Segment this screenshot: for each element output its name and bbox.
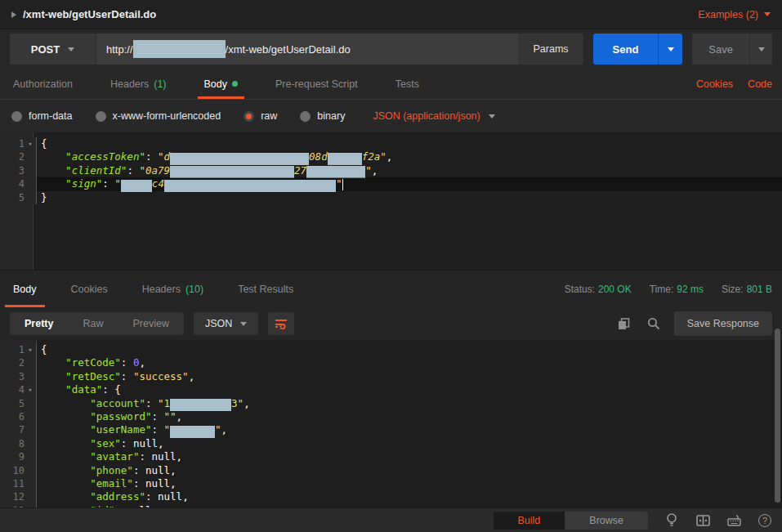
view-mode-group: Pretty Raw Preview <box>10 312 184 335</box>
save-button-group: Save <box>692 34 772 65</box>
browse-toggle[interactable]: Browse <box>565 512 648 530</box>
url-row: POST http:// /xmt-web/getUserDetail.do P… <box>0 29 782 69</box>
response-body-editor[interactable]: 1▾{2 "retCode": 0,3 "retDesc": "success"… <box>0 340 782 507</box>
two-pane-icon <box>696 515 710 526</box>
two-pane-view-button[interactable] <box>695 513 710 528</box>
code-line: 6 "password": "", <box>0 410 782 423</box>
code-line: 11 "email": null, <box>0 477 782 490</box>
response-meta: Status:200 OK Time:92 ms Size:801 B <box>565 270 772 307</box>
keyboard-icon <box>727 515 741 526</box>
cookies-link[interactable]: Cookies <box>696 78 733 90</box>
content-type-select[interactable]: JSON (application/json) <box>373 110 494 122</box>
params-button[interactable]: Params <box>518 34 583 65</box>
radio-selected-icon <box>244 111 254 122</box>
redacted-value <box>170 399 231 411</box>
code-line: 13 "id": null, <box>0 504 782 507</box>
response-tab-test-results[interactable]: Test Results <box>235 270 297 307</box>
code-line: 5 "account": "13", <box>0 397 782 410</box>
radio-binary[interactable]: binary <box>300 110 345 122</box>
save-options-button[interactable] <box>749 34 772 65</box>
body-type-row: form-data x-www-form-urlencoded raw bina… <box>0 100 782 132</box>
headers-count: (1) <box>154 78 166 90</box>
request-tabs: Authorization Headers (1) Body Pre-reque… <box>0 69 782 100</box>
code-line: 7 "userName": "", <box>0 423 782 436</box>
url-redaction <box>133 40 226 58</box>
word-wrap-button[interactable] <box>268 312 294 335</box>
code-line: 3 "clientId": "0a7927", <box>0 164 782 177</box>
method-select[interactable]: POST <box>10 34 96 65</box>
response-tabs: Body Cookies Headers (10) Test Results S… <box>0 270 782 307</box>
radio-raw[interactable]: raw <box>244 110 277 122</box>
send-button[interactable]: Send <box>593 34 659 65</box>
code-line: 4 "sign": "c4" <box>0 177 782 190</box>
word-wrap-icon <box>275 318 288 329</box>
code-link[interactable]: Code <box>748 78 772 90</box>
code-line: 10 "phone": null, <box>0 464 782 477</box>
size-badge: Size:801 B <box>722 284 772 295</box>
chevron-down-icon <box>240 322 247 326</box>
request-title: /xmt-web/getUserDetail.do <box>23 8 156 20</box>
response-toolbar: Pretty Raw Preview JSON <box>0 307 782 340</box>
app-status-bar: Build Browse <box>0 507 782 532</box>
shortcuts-button[interactable] <box>726 513 741 528</box>
radio-icon <box>11 111 22 122</box>
radio-icon <box>300 111 311 122</box>
help-icon: ? <box>758 514 771 527</box>
body-modified-dot <box>232 81 238 87</box>
code-line: 3 "retDesc": "success", <box>0 370 782 383</box>
url-bar: POST http:// /xmt-web/getUserDetail.do P… <box>10 34 583 65</box>
url-suffix: /xmt-web/getUserDetail.do <box>226 43 351 56</box>
code-line: 2 "accessToken": "d08df2a", <box>0 150 782 163</box>
tab-authorization[interactable]: Authorization <box>10 69 76 99</box>
radio-form-data[interactable]: form-data <box>11 110 73 122</box>
search-icon <box>647 317 660 330</box>
code-line: 8 "sex": null, <box>0 437 782 450</box>
code-line: 1▾{ <box>0 343 782 356</box>
build-toggle[interactable]: Build <box>494 512 565 530</box>
tab-headers[interactable]: Headers (1) <box>107 69 170 99</box>
chevron-down-icon <box>668 47 674 51</box>
view-mode-preview[interactable]: Preview <box>118 312 183 335</box>
response-tab-headers[interactable]: Headers (10) <box>139 270 207 307</box>
redacted-value <box>170 426 215 438</box>
status-badge: Status:200 OK <box>565 284 632 295</box>
examples-label: Examples (2) <box>698 9 758 20</box>
tab-pre-request-script[interactable]: Pre-request Script <box>272 69 361 99</box>
save-response-button[interactable]: Save Response <box>674 311 772 336</box>
vertical-scrollbar[interactable] <box>775 329 780 503</box>
view-mode-raw[interactable]: Raw <box>68 312 118 335</box>
code-line: 9 "avatar": null, <box>0 450 782 463</box>
code-line: 4▾ "data": { <box>0 383 782 396</box>
chevron-down-icon <box>758 47 765 51</box>
chevron-down-icon <box>489 114 495 118</box>
redacted-value <box>328 153 362 165</box>
chevron-down-icon <box>68 47 74 51</box>
text-cursor <box>342 179 343 190</box>
copy-response-button[interactable] <box>615 315 633 333</box>
postman-window: /xmt-web/getUserDetail.do Examples (2) P… <box>0 0 782 532</box>
radio-icon <box>96 111 106 122</box>
collapse-arrow-icon[interactable] <box>11 11 16 18</box>
help-button[interactable]: ? <box>757 513 772 528</box>
response-format-select[interactable]: JSON <box>194 312 258 335</box>
redacted-value <box>170 166 294 178</box>
url-prefix: http:// <box>106 43 133 56</box>
copy-icon <box>618 318 630 330</box>
response-headers-count: (10) <box>185 284 203 295</box>
save-button[interactable]: Save <box>692 34 749 65</box>
radio-x-www-form-urlencoded[interactable]: x-www-form-urlencoded <box>96 110 221 122</box>
tab-body[interactable]: Body <box>201 69 242 99</box>
request-body-editor[interactable]: 1▾{2 "accessToken": "d08df2a",3 "clientI… <box>0 132 782 270</box>
tips-button[interactable] <box>664 513 679 528</box>
search-response-button[interactable] <box>645 315 663 333</box>
tab-tests[interactable]: Tests <box>392 69 422 99</box>
send-options-button[interactable] <box>658 34 682 65</box>
url-input[interactable]: http:// /xmt-web/getUserDetail.do <box>96 40 518 58</box>
response-tab-body[interactable]: Body <box>10 270 40 307</box>
code-line: 12 "address": null, <box>0 490 782 503</box>
redacted-value <box>306 166 365 178</box>
examples-dropdown[interactable]: Examples (2) <box>698 9 771 20</box>
redacted-value <box>121 180 152 192</box>
response-tab-cookies[interactable]: Cookies <box>68 270 111 307</box>
view-mode-pretty[interactable]: Pretty <box>10 312 68 335</box>
